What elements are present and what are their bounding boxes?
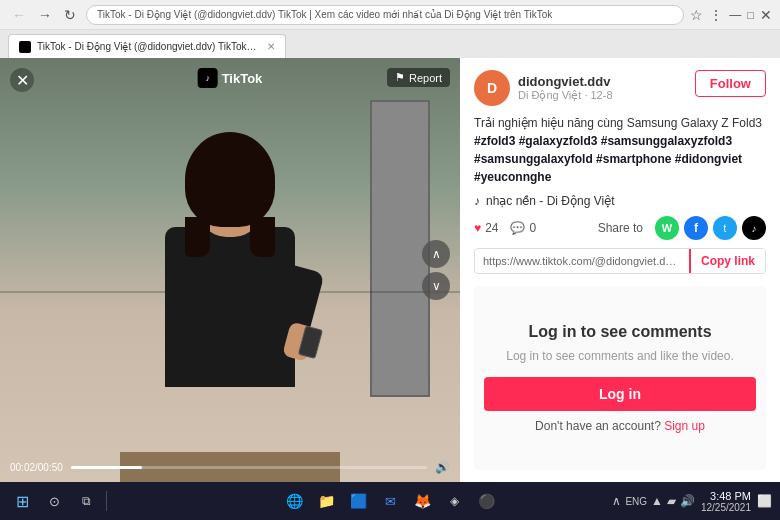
tab-favicon [19, 41, 31, 53]
avatar[interactable]: D [474, 70, 510, 106]
tiktok-taskbar-icon: ⚫ [478, 493, 495, 509]
url-text: TikTok - Di Động Việt (@didongviet.ddv) … [97, 9, 552, 20]
whatsapp-icon: W [662, 222, 672, 234]
taskbar-app-1[interactable]: 🌐 [280, 487, 308, 515]
report-label: Report [409, 72, 442, 84]
scroll-down-button[interactable]: ∨ [422, 272, 450, 300]
store-icon: 🟦 [350, 493, 367, 509]
signup-prompt: Don't have an account? Sign up [535, 419, 705, 433]
start-button[interactable]: ⊞ [8, 487, 36, 515]
twitter-share-button[interactable]: t [713, 216, 737, 240]
twitter-icon: t [724, 223, 727, 234]
refresh-button[interactable]: ↻ [60, 5, 80, 25]
taskbar-app-5[interactable]: 🦊 [408, 487, 436, 515]
taskbar-right: ∧ ENG ▲ ▰ 🔊 3:48 PM 12/25/2021 ⬜ [612, 490, 772, 513]
volume-sys-icon[interactable]: 🔊 [680, 494, 695, 508]
display-name: Di Động Việt [518, 89, 581, 101]
link-copy-row: https://www.tiktok.com/@didongviet.ddv/v… [474, 248, 766, 274]
like-stat[interactable]: ♥ 24 [474, 221, 498, 235]
flag-icon: ⚑ [395, 71, 405, 84]
tiktok-logo-overlay: ♪ TikTok [198, 68, 263, 88]
task-view-icon: ⧉ [82, 494, 91, 508]
mail-icon: ✉ [385, 494, 396, 509]
tiktok-small-icon: ♪ [198, 68, 218, 88]
clock-area[interactable]: 3:48 PM 12/25/2021 [701, 490, 751, 513]
notification-icon[interactable]: ⬜ [757, 494, 772, 508]
login-button[interactable]: Log in [484, 377, 756, 411]
task-view-button[interactable]: ⧉ [72, 487, 100, 515]
user-header: D didongviet.ddv Di Động Việt · 12-8 Fol… [474, 70, 766, 106]
hashtag-2[interactable]: #galaxyzfold3 [519, 134, 598, 148]
wifi-icon[interactable]: ▲ [651, 494, 663, 508]
maximize-icon[interactable]: □ [747, 9, 754, 21]
menu-icon[interactable]: ⋮ [709, 7, 723, 23]
chevron-up-icon: ∧ [432, 247, 441, 261]
username[interactable]: didongviet.ddv [518, 74, 613, 89]
share-icons: W f t ♪ [655, 216, 766, 240]
close-icon[interactable]: ✕ [760, 7, 772, 23]
comments-section: Log in to see comments Log in to see com… [474, 286, 766, 470]
post-date: 12-8 [591, 89, 613, 101]
windows-icon: ⊞ [16, 492, 29, 511]
video-panel: ✕ ♪ TikTok ⚑ Report ∧ ∨ 00:02/00:50 [0, 58, 460, 482]
show-hidden-icon[interactable]: ∧ [612, 494, 621, 508]
follow-button[interactable]: Follow [695, 70, 766, 97]
link-url-text: https://www.tiktok.com/@didongviet.ddv/v… [475, 250, 689, 272]
hashtag-1[interactable]: #zfold3 [474, 134, 515, 148]
close-video-button[interactable]: ✕ [10, 68, 34, 92]
like-count: 24 [485, 221, 498, 235]
taskbar-app-2[interactable]: 📁 [312, 487, 340, 515]
scroll-up-button[interactable]: ∧ [422, 240, 450, 268]
active-tab[interactable]: TikTok - Di Động Việt (@didongviet.ddv) … [8, 34, 286, 58]
video-progress-bar: 00:02/00:50 🔊 [10, 460, 450, 474]
user-info: D didongviet.ddv Di Động Việt · 12-8 [474, 70, 613, 106]
volume-button[interactable]: 🔊 [435, 460, 450, 474]
system-tray: ∧ ENG ▲ ▰ 🔊 [612, 494, 695, 508]
taskbar-app-7[interactable]: ⚫ [472, 487, 500, 515]
progress-fill [71, 466, 142, 469]
battery-icon[interactable]: ▰ [667, 494, 676, 508]
post-description: Trải nghiệm hiệu năng cùng Samsung Galax… [474, 114, 766, 186]
person-hand [282, 321, 315, 361]
hashtag-4[interactable]: #samsunggalaxyfold [474, 152, 593, 166]
heart-icon: ♥ [474, 221, 481, 235]
avatar-letter: D [487, 80, 497, 96]
tab-close-button[interactable]: ✕ [267, 41, 275, 52]
hashtag-6[interactable]: #didongviet [675, 152, 742, 166]
clock-time: 3:48 PM [701, 490, 751, 502]
vscode-icon: ◈ [450, 494, 459, 508]
taskbar-app-6[interactable]: ◈ [440, 487, 468, 515]
person-hair-right [250, 217, 275, 257]
info-panel: D didongviet.ddv Di Động Việt · 12-8 Fol… [460, 58, 780, 482]
hashtag-7[interactable]: #yeuconnghe [474, 170, 551, 184]
copy-link-button[interactable]: Copy link [689, 249, 765, 273]
stats-row: ♥ 24 💬 0 Share to W f t ♪ [474, 216, 766, 240]
tab-title: TikTok - Di Động Việt (@didongviet.ddv) … [37, 41, 257, 52]
person-arm [265, 263, 324, 351]
tiktok-brand-text: TikTok [222, 71, 263, 86]
taskbar-app-3[interactable]: 🟦 [344, 487, 372, 515]
clock-date: 12/25/2021 [701, 502, 751, 513]
minimize-icon[interactable]: — [729, 8, 741, 22]
forward-button[interactable]: → [34, 5, 56, 25]
hashtag-3[interactable]: #samsunggalaxyzfold3 [601, 134, 732, 148]
hashtag-5[interactable]: #smartphone [596, 152, 671, 166]
music-info: ♪ nhạc nền - Di Động Việt [474, 194, 766, 208]
back-button[interactable]: ← [8, 5, 30, 25]
report-button[interactable]: ⚑ Report [387, 68, 450, 87]
music-text[interactable]: nhạc nền - Di Động Việt [486, 194, 615, 208]
progress-track[interactable] [71, 466, 427, 469]
bookmark-icon[interactable]: ☆ [690, 7, 703, 23]
address-bar[interactable]: TikTok - Di Động Việt (@didongviet.ddv) … [86, 5, 684, 25]
signup-text-static: Don't have an account? [535, 419, 661, 433]
user-display-date: Di Động Việt · 12-8 [518, 89, 613, 102]
taskbar-app-4[interactable]: ✉ [376, 487, 404, 515]
facebook-share-button[interactable]: f [684, 216, 708, 240]
whatsapp-share-button[interactable]: W [655, 216, 679, 240]
search-taskbar-button[interactable]: ⊙ [40, 487, 68, 515]
taskbar-separator-1 [106, 491, 107, 511]
eng-label[interactable]: ENG [625, 496, 647, 507]
comment-stat[interactable]: 💬 0 [510, 221, 536, 235]
tiktok-share-button[interactable]: ♪ [742, 216, 766, 240]
signup-link[interactable]: Sign up [664, 419, 705, 433]
